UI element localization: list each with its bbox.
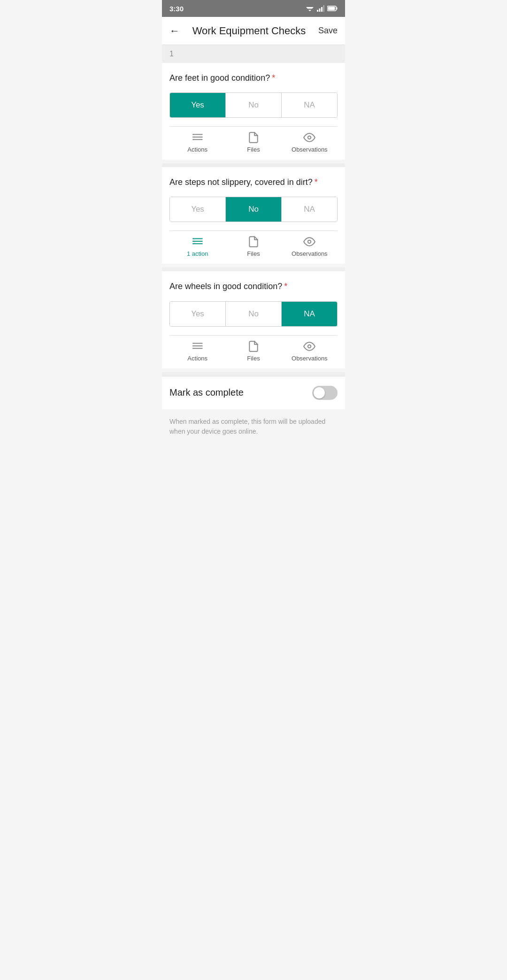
status-icons	[306, 5, 338, 12]
svg-point-29	[192, 348, 193, 349]
complete-toggle[interactable]	[312, 386, 338, 400]
observations-icon-2	[303, 236, 315, 248]
actions-label-3: Actions	[187, 355, 207, 362]
observations-item-1[interactable]: Observations	[282, 131, 338, 153]
card-divider-2	[162, 268, 345, 271]
yes-button-3[interactable]: Yes	[170, 302, 226, 326]
svg-point-15	[192, 139, 193, 140]
files-item-3[interactable]: Files	[225, 340, 281, 362]
actions-icon-1	[192, 131, 204, 144]
question-text-2: Are steps not slippery, covered in dirt?…	[169, 176, 338, 188]
card-divider-3	[162, 372, 345, 376]
required-star-1: *	[272, 73, 275, 83]
action-bar-3: Actions Files Observations	[169, 335, 338, 368]
svg-point-20	[192, 238, 193, 239]
no-button-1[interactable]: No	[226, 93, 282, 117]
observations-item-2[interactable]: Observations	[282, 236, 338, 257]
question-card-2: Are steps not slippery, covered in dirt?…	[162, 167, 345, 264]
actions-item-3[interactable]: Actions	[169, 340, 225, 362]
na-button-2[interactable]: NA	[282, 197, 337, 222]
battery-icon	[327, 6, 338, 11]
files-label-2: Files	[247, 250, 260, 257]
files-item-2[interactable]: Files	[225, 236, 281, 257]
action-bar-2: 1 action Files Observations	[169, 230, 338, 264]
svg-point-27	[192, 343, 193, 344]
question-text-3: Are wheels in good condition?*	[169, 281, 338, 292]
files-item-1[interactable]: Files	[225, 131, 281, 153]
complete-section: Mark as complete	[162, 376, 345, 409]
actions-icon-3	[192, 340, 204, 352]
svg-rect-8	[337, 8, 338, 10]
svg-point-13	[192, 134, 193, 135]
page-title: Work Equipment Checks	[180, 25, 318, 37]
files-label-3: Files	[247, 355, 260, 362]
svg-point-22	[192, 244, 193, 245]
section-number: 1	[169, 50, 174, 58]
footer-note: When marked as complete, this form will …	[162, 409, 345, 451]
toggle-group-3: Yes No NA	[169, 301, 338, 327]
toggle-group-2: Yes No NA	[169, 197, 338, 222]
svg-rect-4	[319, 8, 321, 12]
svg-point-23	[308, 240, 311, 244]
yes-button-1[interactable]: Yes	[170, 93, 226, 117]
toggle-slider	[312, 386, 338, 400]
back-button[interactable]: ←	[169, 25, 180, 37]
status-bar: 3:30	[162, 0, 345, 17]
signal-icon	[317, 5, 324, 12]
svg-marker-2	[308, 10, 311, 11]
top-nav: ← Work Equipment Checks Save	[162, 17, 345, 45]
svg-point-21	[192, 241, 193, 242]
section-header: 1	[162, 45, 345, 63]
svg-point-30	[308, 345, 311, 348]
svg-rect-5	[321, 7, 323, 12]
files-icon-1	[247, 131, 260, 144]
observations-label-3: Observations	[292, 355, 328, 362]
svg-point-16	[308, 136, 311, 139]
actions-label-2: 1 action	[187, 250, 208, 257]
card-divider-1	[162, 163, 345, 167]
no-button-2[interactable]: No	[226, 197, 282, 222]
required-star-2: *	[315, 177, 318, 187]
actions-item-1[interactable]: Actions	[169, 131, 225, 153]
actions-label-1: Actions	[187, 146, 207, 153]
svg-point-28	[192, 345, 193, 346]
toggle-group-1: Yes No NA	[169, 92, 338, 118]
yes-button-2[interactable]: Yes	[170, 197, 226, 222]
save-button[interactable]: Save	[318, 26, 338, 36]
question-card-1: Are feet in good condition?* Yes No NA A…	[162, 63, 345, 160]
footer-note-text: When marked as complete, this form will …	[169, 418, 325, 435]
actions-item-2[interactable]: 1 action	[169, 236, 225, 257]
files-icon-2	[247, 236, 260, 248]
files-icon-3	[247, 340, 260, 352]
no-button-3[interactable]: No	[226, 302, 282, 326]
observations-icon-3	[303, 340, 315, 352]
na-button-3[interactable]: NA	[282, 302, 337, 326]
observations-label-2: Observations	[292, 250, 328, 257]
required-star-3: *	[284, 282, 287, 291]
svg-point-14	[192, 137, 193, 138]
question-card-3: Are wheels in good condition?* Yes No NA…	[162, 271, 345, 368]
question-text-1: Are feet in good condition?*	[169, 72, 338, 84]
files-label-1: Files	[247, 146, 260, 153]
wifi-icon	[306, 5, 314, 12]
complete-label: Mark as complete	[169, 387, 244, 398]
action-bar-1: Actions Files Observations	[169, 126, 338, 160]
actions-icon-2	[192, 236, 204, 248]
svg-rect-3	[317, 10, 318, 12]
svg-rect-9	[328, 7, 335, 10]
observations-icon-1	[303, 131, 315, 144]
svg-rect-6	[323, 5, 325, 12]
observations-label-1: Observations	[292, 146, 328, 153]
status-time: 3:30	[169, 5, 184, 13]
na-button-1[interactable]: NA	[282, 93, 337, 117]
observations-item-3[interactable]: Observations	[282, 340, 338, 362]
